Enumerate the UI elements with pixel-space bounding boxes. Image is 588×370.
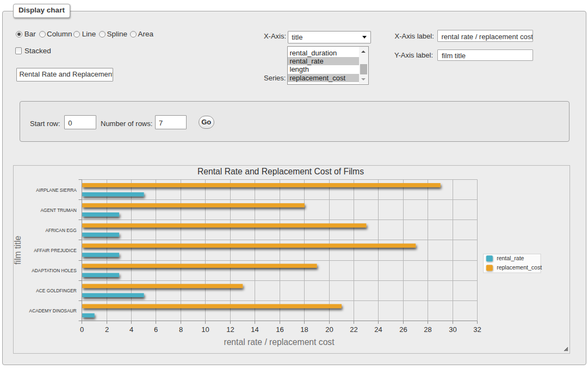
svg-text:30: 30 [449, 325, 456, 334]
svg-text:22: 22 [350, 325, 357, 334]
svg-text:26: 26 [399, 325, 407, 334]
svg-text:18: 18 [300, 325, 308, 334]
svg-text:rental_rate: rental_rate [497, 255, 524, 261]
svg-text:AGENT TRUMAN: AGENT TRUMAN [41, 207, 77, 213]
svg-text:AFFAIR PREJUDICE: AFFAIR PREJUDICE [34, 247, 77, 253]
svg-text:10: 10 [201, 325, 209, 334]
svg-text:AIRPLANE SIERRA: AIRPLANE SIERRA [36, 187, 77, 193]
svg-text:14: 14 [251, 325, 258, 334]
svg-text:ACADEMY DINOSAUR: ACADEMY DINOSAUR [29, 308, 77, 313]
svg-text:32: 32 [473, 325, 481, 334]
svg-text:28: 28 [424, 325, 431, 334]
svg-text:0: 0 [80, 325, 84, 334]
svg-text:rental rate / replacement cost: rental rate / replacement cost [224, 337, 335, 347]
svg-text:AFRICAN EGG: AFRICAN EGG [45, 227, 76, 233]
svg-text:20: 20 [325, 325, 333, 334]
svg-text:replacement_cost: replacement_cost [497, 264, 542, 271]
svg-text:ACE GOLDFINGER: ACE GOLDFINGER [36, 287, 77, 293]
svg-text:2: 2 [105, 325, 109, 334]
svg-text:24: 24 [374, 325, 382, 334]
svg-text:6: 6 [154, 325, 158, 334]
svg-text:8: 8 [179, 325, 183, 334]
svg-text:ADAPTATION HOLES: ADAPTATION HOLES [32, 267, 76, 273]
svg-text:Rental Rate and Replacement Co: Rental Rate and Replacement Cost of Film… [197, 167, 364, 176]
svg-text:12: 12 [226, 325, 234, 334]
svg-text:4: 4 [129, 325, 133, 334]
svg-text:16: 16 [276, 325, 283, 334]
svg-text:film title: film title [14, 235, 22, 264]
